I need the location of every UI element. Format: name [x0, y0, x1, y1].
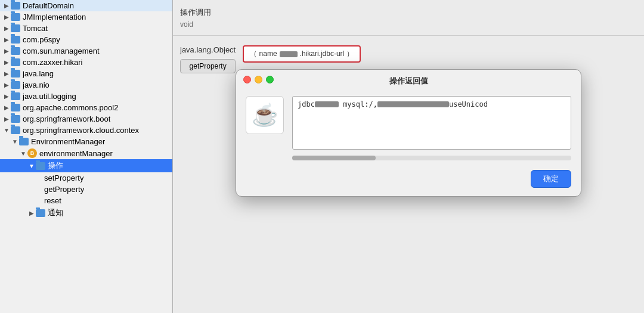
- tree-item-reset[interactable]: reset: [0, 195, 172, 206]
- tree-item-javaUtilLogging[interactable]: ▶java.util.logging: [0, 91, 172, 102]
- folder-icon-tomcat: [11, 24, 20, 32]
- tree-label-setProperty: setProperty: [44, 173, 83, 182]
- tree-label-comp6spy: com.p6spy: [23, 35, 60, 44]
- folder-icon-orgApacheCommonsPool2: [11, 104, 20, 111]
- result-mysql: mysql:/,: [339, 100, 377, 109]
- folder-icon-caozuo: [36, 162, 45, 170]
- tree-label-caozuo: 操作: [48, 160, 63, 171]
- modal-title: 操作返回值: [389, 76, 428, 86]
- tree-label-comZaxxerHikari: com.zaxxer.hikari: [23, 58, 82, 67]
- operation-call-label: 操作调用: [180, 7, 637, 18]
- modal-footer: 确定: [236, 170, 581, 196]
- java-icon: ☕: [246, 96, 284, 134]
- folder-icon-comp6spy: [11, 36, 20, 44]
- tree-item-environmentManagerBean[interactable]: ▼BenvironmentManager: [0, 147, 172, 159]
- params-prefix: （ name: [250, 49, 277, 59]
- folder-icon-orgSpringframeworkCloudContex: [11, 126, 20, 134]
- right-panel: 操作调用 void java.lang.Object getProperty （…: [173, 0, 644, 313]
- tree-item-orgSpringframeworkBoot[interactable]: ▶org.springframework.boot: [0, 113, 172, 125]
- scrollbar-thumb: [292, 156, 376, 160]
- result-prefix: jdbc: [298, 100, 315, 109]
- tree-label-orgApacheCommonsPool2: org.apache.commons.pool2: [23, 103, 118, 112]
- tree-arrow-comSunManagement: ▶: [2, 48, 11, 54]
- method-controls: java.lang.Object getProperty: [180, 45, 236, 73]
- tree-arrow-orgSpringframeworkCloudContex: ▼: [2, 127, 11, 134]
- tree-label-javaLang: java.lang: [23, 69, 54, 78]
- left-tree-panel: ▶DefaultDomain▶JMImplementation▶Tomcat▶c…: [0, 0, 173, 313]
- tree-item-orgSpringframeworkCloudContex[interactable]: ▼org.springframework.cloud.contex: [0, 125, 172, 136]
- folder-icon-comZaxxerHikari: [11, 58, 20, 66]
- tree-item-caozuo[interactable]: ▼操作: [0, 159, 172, 172]
- result-suffix: useUnicod: [449, 100, 488, 109]
- tree-label-defaultDomain: DefaultDomain: [23, 1, 74, 10]
- maximize-button[interactable]: [266, 76, 274, 83]
- folder-icon-javaNio: [11, 81, 20, 89]
- top-bar: 操作调用 void: [173, 0, 644, 36]
- tree-label-environmentManagerBean: environmentManager: [39, 149, 113, 158]
- censored-result-1: [315, 101, 339, 107]
- tree-arrow-tongzhi: ▶: [27, 210, 36, 216]
- traffic-lights: [243, 76, 274, 83]
- folder-icon-comSunManagement: [11, 47, 20, 55]
- tree-label-jmImplementation: JMImplementation: [23, 13, 86, 21]
- tree-arrow-javaUtilLogging: ▶: [2, 93, 11, 100]
- tree-label-reset: reset: [44, 196, 61, 205]
- tree-arrow-javaNio: ▶: [2, 82, 11, 88]
- tree-arrow-javaLang: ▶: [2, 70, 11, 77]
- tree-item-comSunManagement[interactable]: ▶com.sun.management: [0, 45, 172, 57]
- folder-icon-javaLang: [11, 70, 20, 78]
- tree-arrow-defaultDomain: ▶: [2, 2, 11, 9]
- folder-icon-jmImplementation: [11, 13, 20, 21]
- tree-arrow-orgApacheCommonsPool2: ▶: [2, 104, 11, 111]
- tree-label-comSunManagement: com.sun.management: [23, 47, 100, 55]
- tree-arrow-comp6spy: ▶: [2, 36, 11, 43]
- tree-label-getProperty: getProperty: [44, 185, 84, 194]
- folder-icon-defaultDomain: [11, 2, 20, 10]
- tree-item-javaNio[interactable]: ▶java.nio: [0, 79, 172, 91]
- tree-label-javaUtilLogging: java.util.logging: [23, 92, 76, 101]
- bean-icon-environmentManagerBean: B: [27, 148, 37, 158]
- modal-content-right: jdbc mysql:/,useUnicod: [292, 96, 571, 160]
- close-button[interactable]: [243, 76, 251, 83]
- tree-item-javaLang[interactable]: ▶java.lang: [0, 68, 172, 79]
- confirm-button[interactable]: 确定: [531, 170, 571, 188]
- tree-item-comp6spy[interactable]: ▶com.p6spy: [0, 34, 172, 45]
- tree-item-defaultDomain[interactable]: ▶DefaultDomain: [0, 0, 172, 11]
- tree-item-setProperty[interactable]: setProperty: [0, 172, 172, 184]
- folder-icon-orgSpringframeworkBoot: [11, 115, 20, 123]
- tree-arrow-caozuo: ▼: [27, 163, 36, 169]
- tree-label-tongzhi: 通知: [48, 207, 63, 218]
- tree-arrow-tomcat: ▶: [2, 25, 11, 32]
- tree-item-tongzhi[interactable]: ▶通知: [0, 206, 172, 219]
- tree-label-orgSpringframeworkBoot: org.springframework.boot: [23, 114, 110, 123]
- folder-icon-javaUtilLogging: [11, 92, 20, 100]
- tree-item-environmentManager[interactable]: ▼EnvironmentManager: [0, 136, 172, 147]
- tree-item-comZaxxerHikari[interactable]: ▶com.zaxxer.hikari: [0, 57, 172, 68]
- tree-arrow-environmentManagerBean: ▼: [19, 150, 27, 157]
- censored-param: [280, 51, 298, 57]
- result-text-area: jdbc mysql:/,useUnicod: [292, 96, 571, 150]
- tree-arrow-orgSpringframeworkBoot: ▶: [2, 116, 11, 122]
- params-suffix: .hikari.jdbc-url ）: [300, 49, 354, 59]
- scrollbar-hint[interactable]: [292, 156, 571, 160]
- tree-item-jmImplementation[interactable]: ▶JMImplementation: [0, 11, 172, 23]
- tree-item-orgApacheCommonsPool2[interactable]: ▶org.apache.commons.pool2: [0, 102, 172, 113]
- type-label: java.lang.Object: [180, 45, 236, 54]
- tree-arrow-comZaxxerHikari: ▶: [2, 59, 11, 66]
- tree-item-tomcat[interactable]: ▶Tomcat: [0, 23, 172, 34]
- tree-arrow-environmentManager: ▼: [11, 138, 19, 145]
- minimize-button[interactable]: [255, 76, 262, 83]
- tree-label-environmentManager: EnvironmentManager: [31, 137, 105, 146]
- modal-dialog[interactable]: 操作返回值 ☕ jdbc mysql:/,useUnicod 确定: [236, 69, 581, 197]
- folder-icon-tongzhi: [36, 209, 45, 217]
- tree-label-tomcat: Tomcat: [23, 24, 48, 33]
- java-cup-icon: ☕: [252, 103, 278, 128]
- censored-result-2: [377, 101, 449, 107]
- modal-body: ☕ jdbc mysql:/,useUnicod: [236, 90, 581, 170]
- tree-arrow-jmImplementation: ▶: [2, 14, 11, 20]
- tree-item-getProperty[interactable]: getProperty: [0, 184, 172, 195]
- get-property-button[interactable]: getProperty: [180, 59, 236, 73]
- modal-titlebar: 操作返回值: [236, 70, 581, 90]
- return-type-label: void: [180, 20, 637, 29]
- params-box: （ name .hikari.jdbc-url ）: [243, 45, 360, 63]
